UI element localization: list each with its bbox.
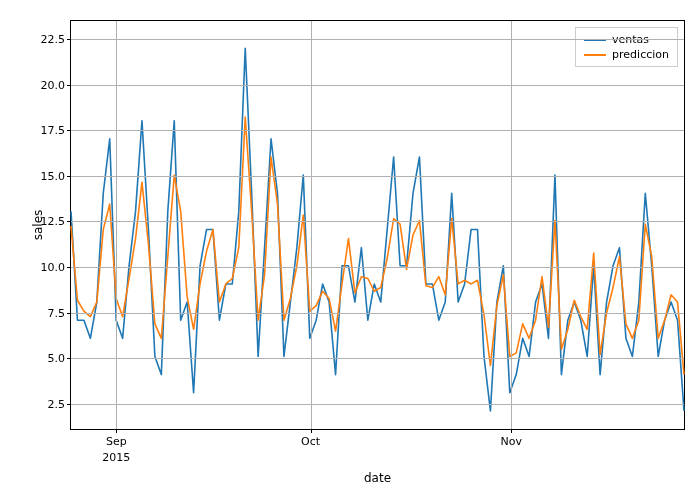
ytick-label: 22.5 <box>41 33 66 46</box>
grid-line-v <box>311 21 312 429</box>
xtick-mark <box>511 429 512 433</box>
ytick-label: 20.0 <box>41 78 66 91</box>
legend-label-prediccion: prediccion <box>612 48 669 61</box>
ytick-mark <box>67 130 71 131</box>
legend-swatch-prediccion <box>584 54 606 56</box>
ytick-mark <box>67 39 71 40</box>
grid-line-h <box>71 85 684 86</box>
line-ventas <box>71 48 684 411</box>
ytick-mark <box>67 176 71 177</box>
ytick-label: 2.5 <box>48 397 66 410</box>
ytick-mark <box>67 221 71 222</box>
grid-line-v <box>511 21 512 429</box>
legend-entry-prediccion: prediccion <box>584 47 669 62</box>
ytick-label: 15.0 <box>41 169 66 182</box>
ytick-mark <box>67 267 71 268</box>
ytick-mark <box>67 404 71 405</box>
ytick-label: 5.0 <box>48 352 66 365</box>
grid-line-h <box>71 404 684 405</box>
xtick-mark <box>311 429 312 433</box>
ytick-label: 7.5 <box>48 306 66 319</box>
xtick-label: Nov <box>500 435 521 448</box>
xtick-mark <box>116 429 117 433</box>
grid-line-h <box>71 267 684 268</box>
grid-line-v <box>116 21 117 429</box>
grid-line-h <box>71 221 684 222</box>
ytick-mark <box>67 358 71 359</box>
figure: ventas prediccion sales date 2.55.07.510… <box>0 0 700 500</box>
grid-line-h <box>71 130 684 131</box>
ytick-label: 17.5 <box>41 124 66 137</box>
legend: ventas prediccion <box>575 27 678 67</box>
ytick-label: 12.5 <box>41 215 66 228</box>
ytick-mark <box>67 85 71 86</box>
grid-line-h <box>71 176 684 177</box>
grid-line-h <box>71 358 684 359</box>
ytick-label: 10.0 <box>41 261 66 274</box>
grid-line-h <box>71 39 684 40</box>
grid-line-h <box>71 313 684 314</box>
xtick-label: Sep <box>106 435 127 448</box>
x-axis-label: date <box>364 471 391 485</box>
plot-area: ventas prediccion sales date 2.55.07.510… <box>70 20 685 430</box>
plot-svg <box>71 21 684 429</box>
ytick-mark <box>67 313 71 314</box>
xtick-sub-label: 2015 <box>102 451 130 464</box>
xtick-label: Oct <box>301 435 320 448</box>
